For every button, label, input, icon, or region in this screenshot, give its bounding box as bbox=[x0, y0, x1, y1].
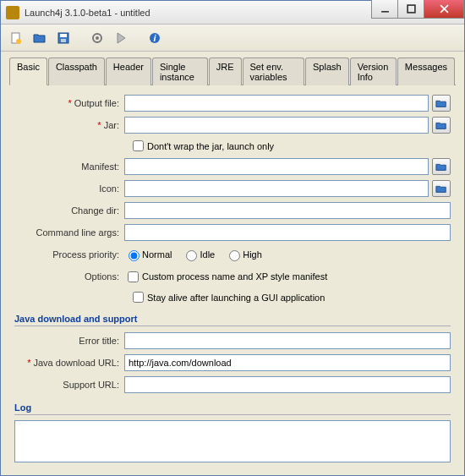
change-dir-input[interactable] bbox=[124, 202, 451, 219]
priority-idle-radio[interactable] bbox=[186, 250, 197, 261]
priority-normal-label: Normal bbox=[142, 249, 172, 260]
svg-point-10 bbox=[96, 36, 99, 40]
custom-process-checkbox[interactable] bbox=[128, 271, 139, 282]
priority-high-radio[interactable] bbox=[229, 250, 240, 261]
app-window: Launch4j 3.1.0-beta1 - untitled i Basic … bbox=[0, 0, 465, 476]
cmdline-label: Command line args: bbox=[14, 227, 124, 238]
custom-process-label: Custom process name and XP style manifes… bbox=[142, 271, 327, 282]
error-title-input[interactable] bbox=[124, 332, 451, 349]
priority-group: Normal Idle High bbox=[124, 248, 262, 261]
log-textarea[interactable] bbox=[14, 420, 451, 462]
manifest-input[interactable] bbox=[124, 158, 429, 175]
tab-messages[interactable]: Messages bbox=[397, 57, 455, 85]
window-title: Launch4j 3.1.0-beta1 - untitled bbox=[25, 8, 372, 18]
info-button[interactable]: i bbox=[145, 28, 165, 48]
close-button[interactable] bbox=[424, 0, 464, 19]
stay-alive-checkbox[interactable] bbox=[133, 292, 144, 303]
tab-splash[interactable]: Splash bbox=[305, 57, 349, 85]
tab-set-env[interactable]: Set env. variables bbox=[243, 57, 305, 85]
output-file-browse-button[interactable] bbox=[432, 95, 451, 112]
java-section-title: Java download and support bbox=[14, 314, 451, 326]
cmdline-input[interactable] bbox=[124, 224, 451, 241]
titlebar: Launch4j 3.1.0-beta1 - untitled bbox=[1, 1, 464, 25]
settings-button[interactable] bbox=[87, 28, 107, 48]
tab-classpath[interactable]: Classpath bbox=[48, 57, 105, 85]
jar-label: * Jar: bbox=[14, 120, 124, 130]
output-file-input[interactable] bbox=[124, 95, 429, 112]
dont-wrap-checkbox[interactable] bbox=[133, 140, 144, 151]
icon-browse-button[interactable] bbox=[432, 180, 451, 197]
run-button[interactable] bbox=[111, 28, 131, 48]
svg-point-5 bbox=[16, 39, 21, 44]
options-label: Options: bbox=[14, 271, 124, 282]
toolbar: i bbox=[1, 25, 464, 52]
dont-wrap-label: Dont't wrap the jar, launch only bbox=[147, 141, 274, 151]
svg-rect-8 bbox=[61, 39, 66, 42]
basic-panel: * Output file: * Jar: Dont't wrap the ja… bbox=[9, 85, 456, 470]
maximize-button[interactable] bbox=[397, 0, 424, 19]
manifest-label: Manifest: bbox=[14, 161, 124, 172]
manifest-browse-button[interactable] bbox=[432, 158, 451, 175]
svg-rect-7 bbox=[60, 34, 67, 37]
download-url-label: * Java download URL: bbox=[14, 358, 124, 368]
download-url-input[interactable] bbox=[124, 354, 451, 371]
stay-alive-label: Stay alive after launching a GUI applica… bbox=[147, 293, 325, 303]
tab-version-info[interactable]: Version Info bbox=[350, 57, 397, 85]
tab-jre[interactable]: JRE bbox=[209, 57, 242, 85]
save-button[interactable] bbox=[53, 28, 74, 48]
window-buttons bbox=[372, 1, 464, 24]
icon-label: Icon: bbox=[14, 183, 124, 194]
tab-single-instance[interactable]: Single instance bbox=[152, 57, 208, 85]
priority-label: Process priority: bbox=[14, 249, 124, 260]
open-button[interactable] bbox=[30, 28, 50, 48]
new-button[interactable] bbox=[6, 28, 26, 48]
priority-idle-label: Idle bbox=[200, 249, 215, 260]
content-area: Basic Classpath Header Single instance J… bbox=[1, 52, 464, 475]
support-url-label: Support URL: bbox=[14, 380, 124, 390]
error-title-label: Error title: bbox=[14, 336, 124, 346]
output-file-label: * Output file: bbox=[14, 98, 124, 108]
icon-input[interactable] bbox=[124, 180, 429, 197]
tab-bar: Basic Classpath Header Single instance J… bbox=[9, 57, 456, 85]
svg-rect-1 bbox=[408, 5, 415, 13]
log-title: Log bbox=[14, 402, 451, 415]
tab-basic[interactable]: Basic bbox=[9, 57, 47, 85]
jar-browse-button[interactable] bbox=[432, 117, 451, 134]
jar-input[interactable] bbox=[124, 117, 429, 134]
change-dir-label: Change dir: bbox=[14, 205, 124, 216]
priority-high-label: High bbox=[243, 249, 262, 260]
priority-normal-radio[interactable] bbox=[129, 250, 140, 261]
app-icon bbox=[6, 6, 19, 19]
support-url-input[interactable] bbox=[124, 376, 451, 393]
tab-header[interactable]: Header bbox=[106, 57, 151, 85]
minimize-button[interactable] bbox=[371, 0, 398, 19]
